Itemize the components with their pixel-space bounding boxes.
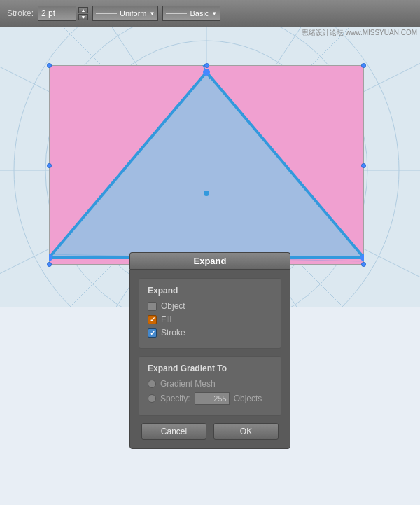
stroke-checkbox[interactable]: ✓ xyxy=(148,328,157,338)
fill-checkbox-row[interactable]: ✓ Fill xyxy=(148,314,272,324)
stroke-label: Stroke: xyxy=(7,8,34,18)
svg-marker-23 xyxy=(49,72,364,258)
specify-radio[interactable] xyxy=(148,394,156,403)
uniform-select[interactable]: Uniform ▼ xyxy=(92,6,158,21)
stroke-value[interactable]: 2 pt xyxy=(38,6,76,21)
uniform-dropdown-icon: ▼ xyxy=(150,11,155,17)
cancel-button[interactable]: Cancel xyxy=(141,423,206,440)
gradient-mesh-label: Gradient Mesh xyxy=(160,379,216,389)
object-label: Object xyxy=(161,301,186,311)
dialog-titlebar: Expand xyxy=(130,252,290,269)
spinner-down[interactable]: ▼ xyxy=(78,14,88,20)
specify-row[interactable]: Specify: Objects xyxy=(148,392,272,405)
basic-select[interactable]: Basic ▼ xyxy=(162,6,220,21)
gradient-section: Expand Gradient To Gradient Mesh Specify… xyxy=(139,356,281,416)
spinner-up[interactable]: ▲ xyxy=(78,7,88,13)
basic-dropdown-icon: ▼ xyxy=(211,11,217,17)
specify-input[interactable] xyxy=(195,392,230,405)
ok-button[interactable]: OK xyxy=(214,423,279,440)
stroke-checkbox-row[interactable]: ✓ Stroke xyxy=(148,328,272,338)
object-checkbox[interactable] xyxy=(148,302,157,311)
dialog-title: Expand xyxy=(194,256,227,266)
object-checkbox-row[interactable]: Object xyxy=(148,301,272,311)
triangle-svg xyxy=(49,65,364,265)
gradient-mesh-row[interactable]: Gradient Mesh xyxy=(148,379,272,389)
gradient-section-title: Expand Gradient To xyxy=(148,364,272,373)
specify-input-group: Specify: Objects xyxy=(160,392,262,405)
specify-label: Specify: xyxy=(160,394,190,403)
objects-label: Objects xyxy=(234,394,262,403)
stroke-spinner[interactable]: ▲ ▼ xyxy=(78,7,88,20)
fill-checkbox[interactable]: ✓ xyxy=(148,315,157,324)
stroke-label: Stroke xyxy=(161,328,186,338)
fill-label: Fill xyxy=(161,314,172,324)
basic-dash-preview xyxy=(166,13,187,14)
stroke-dash-preview xyxy=(96,13,117,14)
expand-dialog-overlay: Expand Expand Object ✓ Fill ✓ Stroke Exp xyxy=(0,252,420,505)
gradient-mesh-radio[interactable] xyxy=(148,380,156,388)
dialog-buttons: Cancel OK xyxy=(139,423,281,440)
dialog-body: Expand Object ✓ Fill ✓ Stroke Expand Gra… xyxy=(130,269,290,449)
toolbar: Stroke: 2 pt ▲ ▼ Uniform ▼ Basic ▼ xyxy=(0,0,420,27)
watermark: 思绪设计论坛 www.MISSYUAN.COM xyxy=(299,27,420,39)
expand-section-title: Expand xyxy=(148,286,272,296)
expand-section: Expand Object ✓ Fill ✓ Stroke xyxy=(139,278,281,349)
svg-point-28 xyxy=(203,69,210,76)
stroke-input-group: 2 pt ▲ ▼ xyxy=(38,6,88,21)
svg-point-27 xyxy=(204,191,209,196)
